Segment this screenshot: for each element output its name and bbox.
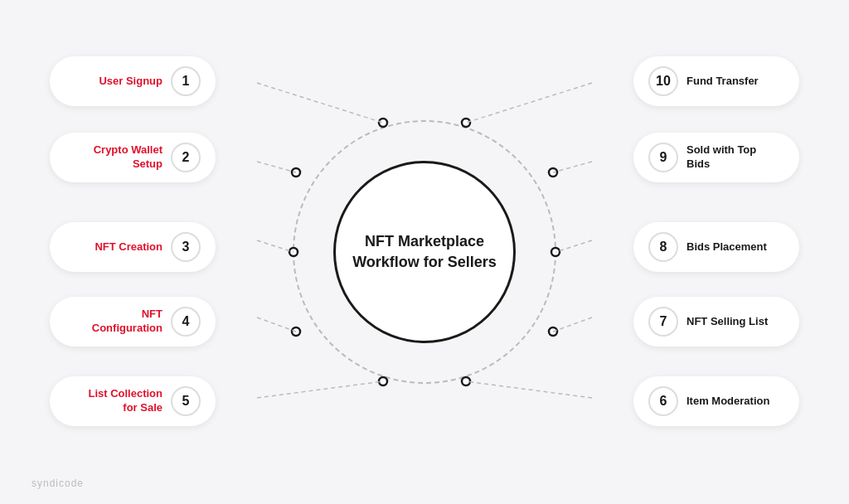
svg-line-13 — [257, 240, 294, 252]
svg-point-3 — [292, 168, 300, 177]
step-4-number: 4 — [171, 307, 201, 337]
svg-point-8 — [549, 327, 557, 336]
step-5-card: List Collectionfor Sale 5 — [50, 376, 216, 426]
svg-line-16 — [466, 83, 592, 123]
step-2-label: Crypto WalletSetup — [65, 143, 163, 172]
watermark: syndicode — [32, 477, 84, 489]
svg-line-15 — [257, 381, 383, 398]
step-4-card: NFTConfiguration 4 — [50, 297, 216, 346]
step-10-card: 10 Fund Transfer — [633, 56, 799, 106]
step-3-number: 3 — [171, 232, 201, 262]
step-9-card: 9 Sold with TopBids — [633, 133, 799, 182]
step-7-number: 7 — [648, 307, 678, 337]
step-5-number: 5 — [171, 386, 201, 416]
step-1-number: 1 — [171, 66, 201, 96]
step-9-label: Sold with TopBids — [686, 143, 784, 172]
step-2-number: 2 — [171, 143, 201, 172]
step-5-label: List Collectionfor Sale — [65, 387, 163, 415]
step-3-label: NFT Creation — [65, 240, 163, 254]
svg-line-18 — [555, 240, 592, 252]
step-6-label: Item Moderation — [686, 395, 784, 409]
svg-line-12 — [257, 162, 296, 172]
svg-line-14 — [257, 317, 296, 332]
svg-line-19 — [553, 317, 592, 332]
step-9-number: 9 — [648, 143, 678, 172]
step-6-card: 6 Item Moderation — [633, 376, 799, 426]
step-6-number: 6 — [648, 386, 678, 416]
diagram-title: NFT Marketplace Workflow for Sellers — [336, 223, 513, 281]
step-4-label: NFTConfiguration — [65, 308, 163, 336]
svg-point-7 — [551, 248, 560, 256]
svg-point-10 — [462, 377, 470, 385]
step-2-card: Crypto WalletSetup 2 — [50, 133, 216, 182]
step-1-label: User Signup — [65, 75, 163, 89]
center-circle: NFT Marketplace Workflow for Sellers — [333, 161, 516, 343]
svg-line-11 — [257, 83, 383, 123]
step-7-label: NFT Selling List — [686, 315, 784, 329]
svg-point-9 — [379, 377, 387, 385]
step-8-card: 8 Bids Placement — [633, 222, 799, 272]
step-10-label: Fund Transfer — [686, 75, 784, 89]
svg-point-6 — [549, 168, 557, 177]
svg-line-17 — [553, 162, 592, 172]
step-7-card: 7 NFT Selling List — [633, 297, 799, 346]
svg-line-20 — [466, 381, 592, 398]
step-10-number: 10 — [648, 66, 678, 96]
svg-point-1 — [379, 119, 387, 127]
step-3-card: NFT Creation 3 — [50, 222, 216, 272]
step-8-label: Bids Placement — [686, 240, 784, 254]
step-8-number: 8 — [648, 232, 678, 262]
svg-point-2 — [462, 119, 470, 127]
diagram-container: NFT Marketplace Workflow for Sellers Use… — [0, 0, 849, 504]
svg-point-5 — [292, 327, 300, 336]
svg-point-4 — [289, 248, 298, 256]
step-1-card: User Signup 1 — [50, 56, 216, 106]
